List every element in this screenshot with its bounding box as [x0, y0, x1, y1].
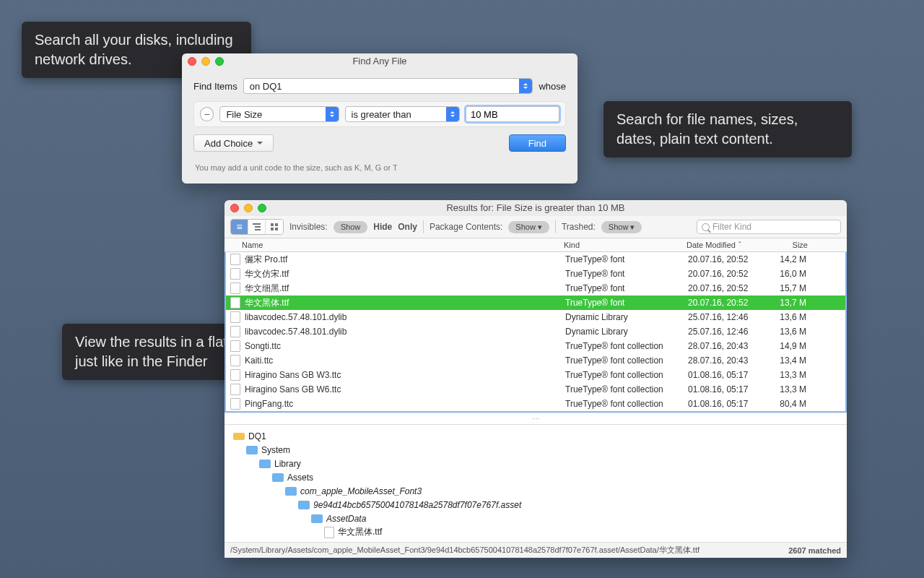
table-row[interactable]: Hiragino Sans GB W6.ttcTrueType® font co…	[226, 382, 845, 397]
invisibles-only-button[interactable]: Only	[398, 222, 417, 232]
grid-view-icon[interactable]	[266, 220, 283, 234]
add-choice-button[interactable]: Add Choice	[193, 134, 274, 152]
file-icon	[230, 355, 240, 366]
file-kind: TrueType® font	[565, 254, 688, 264]
criterion-op-select[interactable]: is greater than	[345, 106, 460, 122]
whose-label: whose	[539, 81, 566, 92]
file-name: 华文黑体.ttf	[245, 297, 289, 309]
close-icon[interactable]	[230, 204, 239, 212]
close-icon[interactable]	[188, 57, 196, 66]
file-date: 20.07.16, 20:52	[688, 283, 775, 293]
table-row[interactable]: Hiragino Sans GB W3.ttcTrueType® font co…	[226, 368, 845, 382]
file-icon	[230, 282, 240, 294]
file-icon	[230, 326, 240, 337]
chevron-updown-icon	[446, 107, 459, 121]
tree-label: 华文黑体.ttf	[338, 526, 382, 538]
tree-item[interactable]: 9e94d14bcb65750041078148a2578df7f07e767f…	[229, 498, 842, 512]
list-view-icon[interactable]	[231, 220, 248, 234]
tree-label: com_apple_MobileAsset_Font3	[300, 486, 422, 496]
location-select[interactable]: on DQ1	[243, 78, 533, 94]
file-date: 28.07.16, 20:43	[688, 355, 775, 366]
file-date: 01.08.16, 05:17	[688, 399, 775, 409]
file-date: 25.07.16, 12:46	[688, 312, 775, 322]
file-icon	[230, 369, 240, 381]
file-kind: TrueType® font collection	[565, 341, 688, 351]
trashed-show-button[interactable]: Show ▾	[601, 221, 642, 233]
window-titlebar[interactable]: Find Any File	[182, 53, 578, 69]
window-title: Find Any File	[352, 56, 406, 66]
file-date: 20.07.16, 20:52	[688, 269, 775, 279]
tree-item[interactable]: 华文黑体.ttf	[229, 525, 842, 539]
invisibles-hide-button[interactable]: Hide	[373, 222, 392, 232]
table-row[interactable]: libavcodec.57.48.101.dylibDynamic Librar…	[226, 310, 845, 324]
results-toolbar: Invisibles: Show Hide Only Package Conte…	[225, 216, 847, 238]
minimize-icon[interactable]	[244, 204, 253, 212]
file-size: 13,6 M	[775, 312, 818, 322]
file-kind: TrueType® font collection	[565, 399, 688, 409]
table-row[interactable]: libavcodec.57.48.101.dylibDynamic Librar…	[226, 324, 845, 339]
tree-view-icon[interactable]	[248, 220, 266, 234]
table-row[interactable]: 华文仿宋.ttfTrueType® font20.07.16, 20:5216,…	[226, 267, 845, 281]
folder-icon	[298, 501, 310, 509]
invisibles-show-button[interactable]: Show	[334, 221, 368, 233]
tree-item[interactable]: Library	[229, 457, 842, 470]
criterion-field-select[interactable]: File Size	[219, 106, 339, 122]
file-size: 16,0 M	[775, 269, 818, 279]
file-size: 13,7 M	[775, 298, 818, 308]
package-show-button[interactable]: Show ▾	[508, 221, 549, 233]
path-tree[interactable]: DQ1SystemLibraryAssetscom_apple_MobileAs…	[225, 424, 847, 542]
remove-criterion-button[interactable]: −	[200, 107, 214, 121]
minimize-icon[interactable]	[201, 57, 210, 66]
search-icon	[702, 223, 710, 231]
criterion-value-input[interactable]	[466, 106, 559, 122]
file-size: 15,7 M	[775, 283, 818, 293]
col-name[interactable]: Name	[225, 241, 564, 249]
filter-kind-input[interactable]: Filter Kind	[697, 220, 841, 234]
table-row[interactable]: PingFang.ttcTrueType® font collection01.…	[226, 397, 845, 411]
file-size: 13,3 M	[775, 384, 818, 394]
folder-icon	[285, 487, 297, 496]
tree-label: 9e94d14bcb65750041078148a2578df7f07e767f…	[313, 500, 521, 510]
results-window: Results for: File Size is greater than 1…	[225, 200, 847, 558]
file-icon	[230, 297, 240, 309]
callout-search-types: Search for file names, sizes, dates, pla…	[603, 101, 852, 158]
find-button[interactable]: Find	[509, 134, 566, 152]
tree-item[interactable]: Assets	[229, 470, 842, 484]
tree-item[interactable]: System	[229, 443, 842, 457]
table-row[interactable]: Songti.ttcTrueType® font collection28.07…	[226, 339, 845, 353]
file-size: 13,3 M	[775, 370, 818, 380]
col-date[interactable]: Date Modifiedˆ	[687, 241, 773, 249]
file-size: 80,4 M	[775, 399, 818, 409]
file-date: 01.08.16, 05:17	[688, 384, 775, 394]
col-size[interactable]: Size	[773, 241, 816, 249]
separator	[555, 220, 556, 233]
results-titlebar[interactable]: Results for: File Size is greater than 1…	[225, 200, 847, 216]
view-mode-segment[interactable]	[230, 219, 284, 235]
status-path: /System/Library/Assets/com_apple_MobileA…	[230, 545, 699, 556]
tree-item[interactable]: com_apple_MobileAsset_Font3	[229, 484, 842, 498]
package-label: Package Contents:	[430, 222, 502, 232]
matched-count: 2607 matched	[788, 546, 841, 555]
table-row[interactable]: 华文黑体.ttfTrueType® font20.07.16, 20:5213,…	[226, 296, 845, 310]
file-kind: TrueType® font	[565, 283, 688, 293]
splitter[interactable]: ····	[225, 413, 847, 424]
column-headers[interactable]: Name Kind Date Modifiedˆ Size	[225, 238, 847, 252]
zoom-icon[interactable]	[258, 204, 266, 212]
file-size: 13,4 M	[775, 355, 818, 366]
tree-label: AssetData	[326, 514, 366, 524]
table-row[interactable]: 儷宋 Pro.ttfTrueType® font20.07.16, 20:521…	[226, 252, 845, 267]
zoom-icon[interactable]	[215, 57, 224, 66]
file-icon	[230, 384, 240, 395]
tree-item[interactable]: AssetData	[229, 512, 842, 525]
table-row[interactable]: Kaiti.ttcTrueType® font collection28.07.…	[226, 353, 845, 368]
status-bar: /System/Library/Assets/com_apple_MobileA…	[225, 542, 847, 558]
results-list[interactable]: 儷宋 Pro.ttfTrueType® font20.07.16, 20:521…	[225, 252, 847, 413]
file-name: libavcodec.57.48.101.dylib	[245, 327, 346, 337]
file-date: 20.07.16, 20:52	[688, 298, 775, 308]
table-row[interactable]: 华文细黑.ttfTrueType® font20.07.16, 20:5215,…	[226, 281, 845, 296]
tree-item[interactable]: DQ1	[229, 429, 842, 443]
results-title: Results for: File Size is greater than 1…	[446, 202, 624, 213]
file-name: 儷宋 Pro.ttf	[245, 254, 287, 266]
col-kind[interactable]: Kind	[564, 241, 687, 249]
file-name: libavcodec.57.48.101.dylib	[245, 312, 346, 322]
